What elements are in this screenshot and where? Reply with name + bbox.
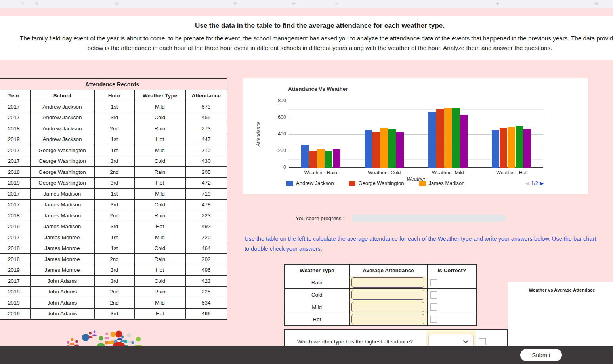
table-cell: 2017: [0, 101, 30, 112]
answer-row: Hot: [284, 313, 477, 326]
table-row: 2019John Adams2ndMild634: [0, 297, 227, 309]
answer-check-cell: [427, 289, 477, 301]
chart-title: Attendance Vs Weather: [288, 86, 348, 92]
records-table-body: 2017Andrew Jackson1stMild6732017Andrew J…: [0, 101, 227, 320]
is-correct-checkbox[interactable]: [430, 291, 437, 299]
table-row: 2017Andrew Jackson3rdCold455: [0, 112, 227, 123]
table-cell: 1st: [94, 101, 134, 112]
y-axis-tick-label: 0: [266, 164, 286, 170]
legend-label: George Washington: [358, 180, 404, 186]
legend-swatch-icon: [419, 181, 426, 186]
table-row: 2018John Adams2ndRain225: [0, 286, 227, 297]
is-correct-checkbox[interactable]: [430, 303, 437, 311]
table-cell: 478: [185, 199, 227, 210]
answer-check-cell: [427, 276, 477, 289]
answer-input-cell: [349, 301, 427, 313]
table-cell: Cold: [134, 156, 185, 167]
table-cell: 2nd: [94, 123, 134, 134]
bar-james-monroe: [516, 126, 523, 168]
x-axis-group-label: Weather : Rain: [289, 170, 352, 175]
table-row: 2019Andrew Jackson1stHot447: [0, 134, 227, 145]
legend-item: James Madison: [419, 180, 465, 186]
instructions-line2: to double check your answers.: [244, 244, 596, 254]
table-cell: 3rd: [94, 308, 134, 319]
doodle-icon: ❋: [594, 1, 598, 6]
table-cell: Hot: [134, 265, 185, 276]
table-cell: 720: [185, 232, 227, 243]
table-cell: 423: [185, 276, 227, 287]
legend-label: James Madison: [429, 180, 465, 186]
table-row: 2019James Madison3rdHot492: [0, 221, 227, 232]
table-cell: James Monroe: [30, 254, 94, 265]
table-cell: 2nd: [94, 210, 134, 221]
average-attendance-input[interactable]: [351, 277, 424, 288]
legend-next-icon[interactable]: ▶: [540, 180, 544, 186]
bar-george-washington: [372, 132, 380, 168]
average-attendance-input[interactable]: [351, 314, 424, 324]
side-chart-title: Weather vs Average Attendace: [508, 288, 613, 292]
doodle-icon: ❧: [335, 1, 339, 6]
question-correct-checkbox[interactable]: [479, 338, 486, 345]
table-cell: 1st: [94, 189, 134, 200]
answer-weather-label: Cold: [284, 289, 349, 301]
table-cell: John Adams: [30, 286, 94, 297]
table-cell: 3rd: [94, 112, 134, 123]
table-cell: Rain: [134, 286, 185, 297]
table-row: 2019John Adams3rdHot466: [0, 308, 227, 319]
table-cell: John Adams: [30, 297, 94, 309]
header-band: Use the data in the table to find the av…: [0, 16, 613, 60]
average-attendance-input[interactable]: [351, 302, 424, 312]
table-cell: 2nd: [94, 254, 134, 265]
table-cell: 2018: [0, 123, 30, 134]
gridline-minor: [289, 126, 543, 126]
answers-table: Weather Type Average Attendance Is Corre…: [284, 264, 477, 326]
average-attendance-input[interactable]: [351, 290, 424, 300]
is-correct-checkbox[interactable]: [430, 279, 437, 286]
score-progress-bar: [352, 215, 506, 222]
table-cell: 2019: [0, 308, 30, 319]
answer-check-cell: [427, 313, 477, 326]
legend-prev-icon[interactable]: ◀: [525, 180, 529, 186]
table-cell: George Washington: [30, 177, 94, 189]
table-cell: 223: [185, 210, 227, 221]
submit-button[interactable]: Submit: [520, 349, 562, 361]
instructions-text: Use the table on the left to calculate t…: [244, 234, 596, 253]
table-cell: Mild: [134, 297, 185, 309]
table-cell: 472: [185, 177, 227, 189]
table-cell: Andrew Jackson: [30, 101, 94, 112]
table-row: 2017James Madison3rdCold478: [0, 199, 227, 210]
table-cell: Mild: [134, 189, 185, 200]
answer-input-cell: [349, 313, 427, 326]
x-axis-group-label: Weather : Mild: [416, 170, 479, 175]
table-cell: Rain: [134, 254, 185, 265]
table-cell: 2nd: [94, 286, 134, 297]
table-row: 2018James Monroe1stCold464: [0, 243, 227, 254]
table-row: 2017James Monroe1stMild720: [0, 232, 227, 243]
table-cell: 455: [185, 112, 227, 123]
score-progress-label: You score progress :: [296, 215, 344, 221]
side-chart-panel: Weather vs Average Attendace: [508, 282, 613, 346]
table-cell: Mild: [134, 232, 185, 243]
legend-label: Andrew Jackson: [296, 180, 334, 186]
answer-row: Mild: [284, 301, 477, 313]
table-cell: 3rd: [94, 221, 134, 232]
table-cell: 2018: [0, 210, 30, 221]
table-row: 2019James Monroe3rdHot496: [0, 265, 227, 276]
table-cell: 2017: [0, 112, 30, 123]
table-cell: John Adams: [30, 276, 94, 287]
bar-james-madison: [380, 128, 388, 168]
y-axis-tick-label: 400: [266, 131, 286, 137]
records-col-attendance: Attendance: [185, 90, 227, 101]
table-cell: Andrew Jackson: [30, 123, 94, 134]
bar-john-adams: [523, 129, 531, 168]
doodle-icon: ✣: [495, 1, 499, 6]
table-cell: 205: [185, 167, 227, 178]
legend-page-indicator: 1/2: [531, 180, 538, 186]
is-correct-checkbox[interactable]: [430, 316, 437, 323]
records-col-hour: Hour: [94, 90, 134, 101]
answers-table-body: RainColdMildHot: [284, 276, 477, 326]
table-cell: 2018: [0, 286, 30, 297]
table-cell: Rain: [134, 210, 185, 221]
legend-swatch-icon: [286, 181, 293, 186]
table-cell: Hot: [134, 308, 185, 319]
